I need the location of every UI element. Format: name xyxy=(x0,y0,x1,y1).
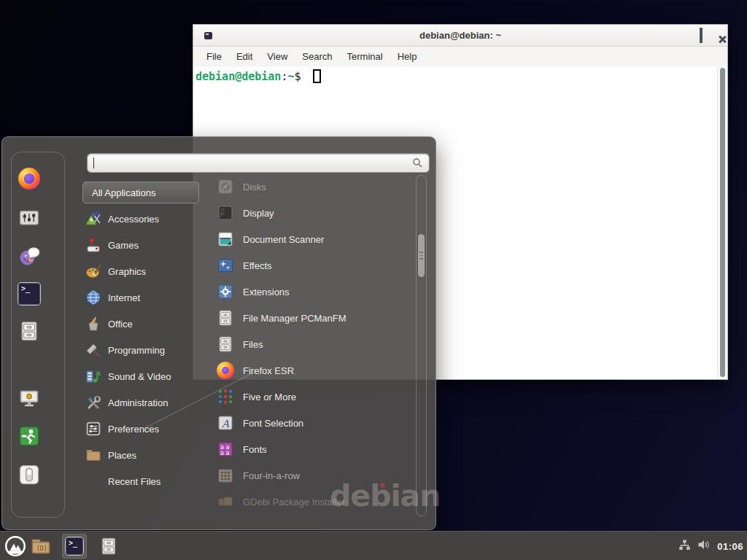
favorite-lock-screen-button[interactable] xyxy=(18,387,40,409)
menu-help[interactable]: Help xyxy=(390,49,425,64)
app-files[interactable]: Files xyxy=(205,331,415,357)
app-five-or-more[interactable]: Five or More xyxy=(205,384,415,410)
app-list-scrollbar-thumb[interactable] xyxy=(418,234,425,277)
terminal-icon xyxy=(66,537,83,555)
app-fonts[interactable]: a a a a Fonts xyxy=(205,436,415,462)
app-document-scanner[interactable]: Document Scanner xyxy=(205,226,415,252)
search-icon xyxy=(412,158,423,168)
terminal-cursor xyxy=(313,69,321,83)
category-internet[interactable]: Internet xyxy=(82,284,199,311)
favorite-shutdown-button[interactable] xyxy=(18,464,40,486)
svg-text:A: A xyxy=(221,418,230,429)
app-label: Files xyxy=(243,339,263,350)
terminal-scrollbar[interactable] xyxy=(717,67,727,378)
network-indicator[interactable] xyxy=(678,539,691,554)
menu-file[interactable]: File xyxy=(199,49,229,64)
category-label: Recent Files xyxy=(108,476,160,487)
favorite-pidgin-button[interactable] xyxy=(18,245,40,267)
file-cabinet-icon xyxy=(18,320,40,342)
category-graphics[interactable]: Graphics xyxy=(82,258,199,284)
taskbar: [D] 01:06 xyxy=(0,531,747,560)
app-disks[interactable]: Disks xyxy=(205,174,415,200)
application-menu: All Applications Accessories Games xyxy=(1,136,436,530)
lock-screen-icon xyxy=(18,387,40,409)
taskbar-clock[interactable]: 01:06 xyxy=(717,541,743,552)
menu-button[interactable] xyxy=(4,535,26,557)
administration-icon xyxy=(85,394,101,411)
gdebi-icon xyxy=(217,493,234,510)
menu-view[interactable]: View xyxy=(260,49,295,64)
menu-edit[interactable]: Edit xyxy=(229,49,260,64)
category-recent-files[interactable]: Recent Files xyxy=(82,468,199,494)
taskbar-files-button[interactable] xyxy=(99,537,118,556)
file-manager-launcher[interactable]: [D] xyxy=(31,537,51,556)
category-places[interactable]: Places xyxy=(82,442,199,468)
recent-files-icon-placeholder xyxy=(85,473,101,489)
terminal-menubar: File Edit View Search Terminal Help xyxy=(193,47,727,66)
places-folder-icon xyxy=(85,447,101,463)
category-office[interactable]: Office xyxy=(82,311,199,337)
category-label: Accessories xyxy=(108,214,159,225)
category-programming[interactable]: Programming xyxy=(82,337,199,363)
control-center-icon xyxy=(18,206,40,228)
terminal-title: debian@debian: ~ xyxy=(193,30,727,41)
pidgin-icon xyxy=(18,245,40,267)
svg-text:[D]: [D] xyxy=(36,545,47,552)
favorite-settings-button[interactable] xyxy=(18,206,40,228)
app-label: Fonts xyxy=(243,444,267,455)
terminal-icon xyxy=(18,283,40,305)
app-extensions[interactable]: Extensions xyxy=(205,279,415,305)
category-administration[interactable]: Administration xyxy=(82,389,199,416)
app-label: Five or More xyxy=(243,392,296,402)
svg-text:a a: a a xyxy=(220,450,229,456)
volume-indicator[interactable] xyxy=(697,539,711,553)
terminal-titlebar[interactable]: debian@debian: ~ xyxy=(193,25,727,47)
wallpaper-watermark-red-dot xyxy=(380,483,385,488)
firefox-icon xyxy=(217,362,234,379)
disks-icon xyxy=(217,178,234,195)
office-icon xyxy=(85,316,101,332)
file-cabinet-icon xyxy=(217,335,234,353)
five-or-more-icon xyxy=(217,388,234,405)
file-cabinet-icon xyxy=(217,309,234,327)
display-icon xyxy=(217,204,234,222)
category-games[interactable]: Games xyxy=(82,232,199,258)
folder-icon: [D] xyxy=(31,537,51,556)
file-cabinet-icon xyxy=(99,537,118,556)
menu-search-box[interactable] xyxy=(87,153,430,173)
category-preferences[interactable]: Preferences xyxy=(82,416,199,442)
terminal-scrollbar-thumb[interactable] xyxy=(720,68,725,377)
app-display[interactable]: Display xyxy=(205,200,415,226)
favorite-terminal-button[interactable] xyxy=(18,283,40,305)
favorite-logout-button[interactable] xyxy=(18,425,40,447)
category-sound-video[interactable]: Sound & Video xyxy=(82,363,199,389)
maximize-button[interactable] xyxy=(700,29,703,42)
menu-terminal[interactable]: Terminal xyxy=(340,49,390,64)
app-label: Four-in-a-row xyxy=(243,470,300,481)
application-list: Disks Display Document Scanner xyxy=(205,174,415,515)
font-selection-icon: A xyxy=(217,414,234,432)
document-scanner-icon xyxy=(217,230,234,248)
favorite-files-button[interactable] xyxy=(18,320,40,342)
app-list-scrollbar[interactable] xyxy=(416,175,427,516)
extensions-icon xyxy=(217,283,234,300)
maximize-icon xyxy=(700,28,703,43)
category-all-applications[interactable]: All Applications xyxy=(82,182,199,203)
app-firefox-esr[interactable]: Firefox ESR xyxy=(205,357,415,384)
app-file-manager-pcmanfm[interactable]: File Manager PCManFM xyxy=(205,305,415,331)
app-gdebi-package-installer[interactable]: GDebi Package Installer xyxy=(205,489,415,515)
category-label: Office xyxy=(108,319,133,330)
speaker-icon xyxy=(697,539,711,551)
category-label: Graphics xyxy=(108,266,146,277)
prompt-path: ~ xyxy=(287,70,294,83)
category-accessories[interactable]: Accessories xyxy=(82,206,199,232)
app-label: Firefox ESR xyxy=(243,365,294,376)
search-input[interactable] xyxy=(94,158,412,168)
taskbar-terminal-window-button[interactable] xyxy=(62,534,87,559)
app-font-selection[interactable]: A Font Selection xyxy=(205,410,415,436)
app-effects[interactable]: Effects xyxy=(205,252,415,279)
favorite-firefox-button[interactable] xyxy=(18,168,40,190)
category-label: Programming xyxy=(108,345,165,356)
app-label: Font Selection xyxy=(243,418,303,429)
menu-search[interactable]: Search xyxy=(295,49,339,64)
